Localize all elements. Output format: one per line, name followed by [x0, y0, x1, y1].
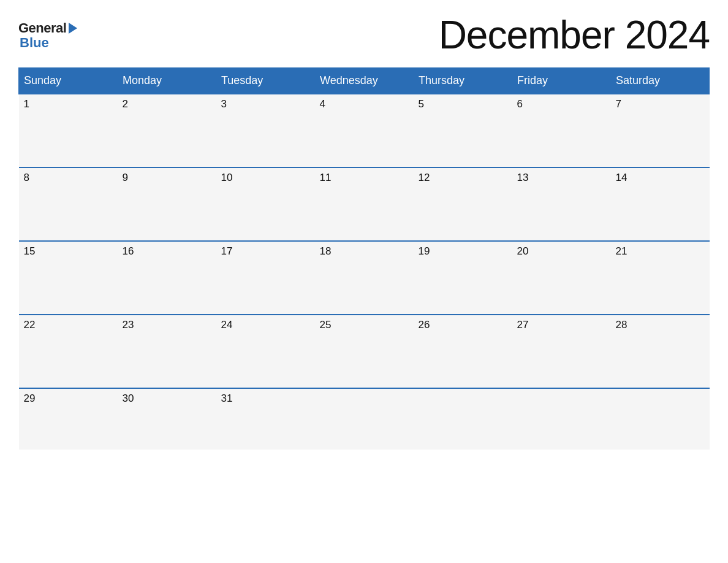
calendar-day-cell: 17	[216, 241, 315, 315]
calendar-day-cell: 13	[512, 167, 611, 241]
day-number: 15	[24, 245, 113, 258]
calendar-day-cell: 22	[19, 315, 118, 388]
header-saturday: Saturday	[611, 68, 710, 94]
day-number: 16	[123, 245, 211, 258]
day-number: 30	[123, 393, 211, 405]
calendar-day-cell: 15	[19, 241, 118, 315]
calendar-week-4: 22232425262728	[19, 315, 710, 388]
header-thursday: Thursday	[414, 68, 512, 94]
day-number: 3	[221, 98, 310, 110]
day-number: 23	[123, 319, 211, 331]
day-number: 19	[419, 245, 507, 258]
empty-cell	[611, 388, 710, 450]
calendar-day-cell: 25	[315, 315, 414, 388]
day-number: 31	[221, 393, 310, 405]
calendar-day-cell: 26	[414, 315, 512, 388]
calendar-day-cell: 21	[611, 241, 710, 315]
empty-cell	[414, 388, 512, 450]
calendar-day-cell: 28	[611, 315, 710, 388]
day-number: 20	[517, 245, 606, 258]
header-sunday: Sunday	[19, 68, 118, 94]
calendar-day-cell: 6	[512, 94, 611, 167]
day-number: 10	[221, 172, 310, 184]
calendar-day-cell: 23	[118, 315, 216, 388]
header-tuesday: Tuesday	[216, 68, 315, 94]
day-number: 28	[616, 319, 705, 331]
calendar-day-cell: 10	[216, 167, 315, 241]
day-number: 21	[616, 245, 705, 258]
calendar-day-cell: 9	[118, 167, 216, 241]
day-number: 17	[221, 245, 310, 258]
logo: General Blue	[18, 20, 77, 50]
calendar-day-cell: 20	[512, 241, 611, 315]
calendar-week-3: 15161718192021	[19, 241, 710, 315]
day-number: 12	[419, 172, 507, 184]
day-number: 9	[123, 172, 211, 184]
calendar-day-cell: 31	[216, 388, 315, 450]
calendar-day-cell: 18	[315, 241, 414, 315]
day-number: 25	[320, 319, 409, 331]
calendar-week-1: 1234567	[19, 94, 710, 167]
calendar-day-cell: 24	[216, 315, 315, 388]
logo-general-text: General	[18, 20, 66, 36]
day-number: 5	[419, 98, 507, 110]
day-number: 26	[419, 319, 507, 331]
calendar-day-cell: 2	[118, 94, 216, 167]
page-header: General Blue December 2024	[18, 12, 710, 58]
day-number: 4	[320, 98, 409, 110]
calendar-table: Sunday Monday Tuesday Wednesday Thursday…	[18, 67, 710, 450]
day-number: 18	[320, 245, 409, 258]
header-wednesday: Wednesday	[315, 68, 414, 94]
logo-triangle-icon	[69, 23, 77, 34]
calendar-day-cell: 8	[19, 167, 118, 241]
day-number: 8	[24, 172, 113, 184]
day-number: 27	[517, 319, 606, 331]
calendar-day-cell: 4	[315, 94, 414, 167]
empty-cell	[512, 388, 611, 450]
calendar-week-5: 293031	[19, 388, 710, 450]
logo-blue-text: Blue	[20, 36, 49, 50]
calendar-day-cell: 19	[414, 241, 512, 315]
calendar-day-cell: 5	[414, 94, 512, 167]
calendar-day-cell: 16	[118, 241, 216, 315]
calendar-day-cell: 30	[118, 388, 216, 450]
calendar-day-cell: 29	[19, 388, 118, 450]
day-number: 13	[517, 172, 606, 184]
empty-cell	[315, 388, 414, 450]
calendar-day-cell: 12	[414, 167, 512, 241]
day-number: 29	[24, 393, 113, 405]
day-number: 24	[221, 319, 310, 331]
calendar-day-cell: 14	[611, 167, 710, 241]
header-friday: Friday	[512, 68, 611, 94]
calendar-header-row: Sunday Monday Tuesday Wednesday Thursday…	[19, 68, 710, 94]
day-number: 2	[123, 98, 211, 110]
calendar-day-cell: 3	[216, 94, 315, 167]
calendar-day-cell: 7	[611, 94, 710, 167]
day-number: 1	[24, 98, 113, 110]
header-monday: Monday	[118, 68, 216, 94]
calendar-week-2: 891011121314	[19, 167, 710, 241]
day-number: 7	[616, 98, 705, 110]
month-title: December 2024	[439, 12, 710, 58]
calendar-day-cell: 1	[19, 94, 118, 167]
calendar-day-cell: 27	[512, 315, 611, 388]
day-number: 11	[320, 172, 409, 184]
day-number: 6	[517, 98, 606, 110]
day-number: 22	[24, 319, 113, 331]
day-number: 14	[616, 172, 705, 184]
calendar-day-cell: 11	[315, 167, 414, 241]
